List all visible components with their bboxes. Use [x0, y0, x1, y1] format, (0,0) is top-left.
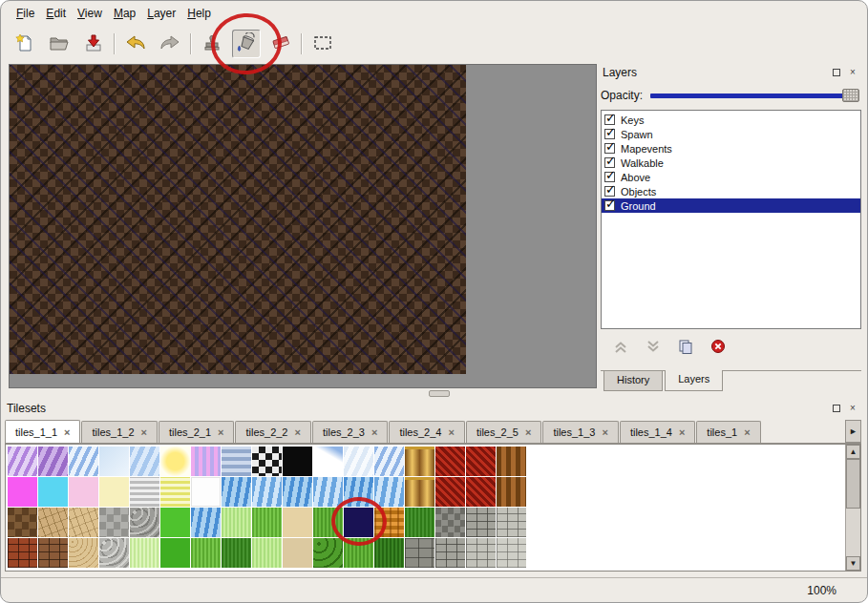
palette-tile-cyan-r1c1[interactable] [38, 477, 68, 507]
palette-tile-weave-r2c12[interactable] [374, 508, 404, 537]
palette-tile-whiteblue-r0c10[interactable] [313, 447, 343, 476]
float-panel-icon[interactable] [830, 403, 843, 415]
palette-tile-water2-r1c8[interactable] [252, 477, 282, 507]
palette-tile-grasstuft-r3c10[interactable] [313, 538, 343, 568]
delete-layer-button[interactable] [709, 338, 727, 355]
palette-tile-grassdark-r2c13[interactable] [405, 508, 434, 537]
palette-tile-sand-r3c2[interactable] [69, 538, 98, 568]
tab-scroll-right-button[interactable]: ► [845, 420, 861, 443]
layer-row-mapevents[interactable]: ✓Mapevents [602, 141, 860, 156]
palette-tile-stonewall-r3c13[interactable] [405, 538, 434, 568]
tab-close-icon[interactable]: × [448, 427, 454, 437]
palette-tile-grass-r2c8[interactable] [252, 508, 282, 537]
palette-tile-wood-r1c16[interactable] [497, 477, 526, 507]
palette-tile-pinkstripe-r0c6[interactable] [191, 447, 221, 476]
menu-file[interactable]: File [11, 4, 40, 23]
palette-tile-water-r2c6[interactable] [191, 508, 221, 537]
close-panel-icon[interactable]: × [846, 403, 859, 415]
palette-tile-roof-r1c14[interactable] [435, 477, 465, 507]
menu-map[interactable]: Map [108, 4, 141, 23]
palette-tile-grass-r3c6[interactable] [191, 538, 221, 568]
tileset-tab-tiles_1_2[interactable]: tiles_1_2× [81, 421, 157, 443]
tileset-tab-tiles_2_5[interactable]: tiles_2_5× [466, 421, 541, 443]
panel-tab-layers[interactable]: Layers [665, 370, 723, 391]
palette-tile-brickwall-r3c14[interactable] [435, 538, 465, 568]
palette-tile-navy-r2c11[interactable] [344, 508, 373, 537]
palette-tile-stones-r2c14[interactable] [435, 508, 465, 537]
redo-button[interactable] [156, 30, 184, 58]
menu-view[interactable]: View [72, 4, 108, 23]
palette-tile-brickred-r3c0[interactable] [8, 538, 37, 568]
menu-edit[interactable]: Edit [40, 4, 72, 23]
layer-row-objects[interactable]: ✓Objects [602, 184, 860, 198]
palette-tile-roof-r1c15[interactable] [466, 477, 496, 507]
palette-tile-green2-r3c5[interactable] [160, 538, 190, 568]
palette-tile-grasspale-r2c7[interactable] [222, 508, 251, 537]
tileset-tab-tiles_1_3[interactable]: tiles_1_3× [542, 421, 618, 443]
tab-close-icon[interactable]: × [64, 427, 70, 437]
close-panel-icon[interactable]: × [846, 67, 859, 79]
menu-layer[interactable]: Layer [141, 4, 181, 23]
map-tile-layer[interactable] [10, 65, 466, 374]
palette-tile-white-r1c6[interactable] [191, 477, 221, 507]
palette-tile-water-r1c7[interactable] [222, 477, 251, 507]
palette-tile-cream-r1c3[interactable] [99, 477, 129, 507]
palette-tile-wood-r0c16[interactable] [497, 447, 526, 476]
palette-tile-grasspale-r3c8[interactable] [252, 538, 282, 568]
palette-tile-bluestreak2-r0c4[interactable] [130, 447, 159, 476]
palette-tile-pink-r1c2[interactable] [69, 477, 98, 507]
tab-close-icon[interactable]: × [525, 427, 531, 437]
undo-button[interactable] [121, 30, 150, 58]
panel-tab-history[interactable]: History [603, 371, 663, 391]
palette-tile-green-r2c5[interactable] [160, 508, 190, 537]
palette-tile-yellowstripe-r1c5[interactable] [160, 477, 190, 507]
palette-tile-column-r1c13[interactable] [405, 477, 434, 507]
tab-close-icon[interactable]: × [744, 427, 750, 437]
palette-tile-column-r0c13[interactable] [405, 447, 434, 476]
float-panel-icon[interactable] [830, 67, 843, 79]
tileset-tab-tiles_2_2[interactable]: tiles_2_2× [235, 421, 310, 443]
tileset-tab-tiles_1_4[interactable]: tiles_1_4× [620, 421, 695, 443]
palette-tile-grass2-r2c10[interactable] [313, 508, 343, 537]
palette-tile-roof-r0c14[interactable] [435, 447, 465, 476]
rect-select-tool-button[interactable] [308, 30, 337, 58]
palette-tile-bricklight2-r3c16[interactable] [497, 538, 526, 568]
tab-close-icon[interactable]: × [295, 427, 301, 437]
palette-tile-tanlight-r2c9[interactable] [283, 508, 312, 537]
palette-tile-checker-r0c8[interactable] [252, 447, 282, 476]
tab-close-icon[interactable]: × [602, 427, 607, 437]
tileset-tab-tiles_2_3[interactable]: tiles_2_3× [312, 421, 388, 443]
palette-tile-purple-r0c1[interactable] [38, 447, 68, 476]
palette-tile-glow-r0c5[interactable] [160, 447, 190, 476]
palette-tile-palestreak-r0c11[interactable] [344, 447, 373, 476]
layer-visibility-checkbox[interactable]: ✓ [604, 186, 615, 197]
palette-tile-water-r1c11[interactable] [344, 477, 373, 507]
tileset-tab-tiles_2_4[interactable]: tiles_2_4× [389, 421, 464, 443]
layer-visibility-checkbox[interactable]: ✓ [604, 172, 615, 182]
layer-visibility-checkbox[interactable]: ✓ [604, 114, 615, 125]
map-canvas[interactable] [9, 64, 597, 388]
move-layer-down-button[interactable] [645, 338, 662, 355]
palette-tile-bluestripe-r0c7[interactable] [222, 447, 251, 476]
palette-tile-violet-r0c0[interactable] [8, 447, 37, 476]
palette-tile-grassdark2-r3c12[interactable] [374, 538, 404, 568]
tab-close-icon[interactable]: × [679, 427, 685, 437]
palette-tile-bluestreak-r0c2[interactable] [69, 447, 98, 476]
layer-row-spawn[interactable]: ✓Spawn [602, 127, 860, 141]
palette-tile-stonetile-r2c3[interactable] [99, 508, 129, 537]
palette-tile-paleblue-r0c3[interactable] [99, 447, 129, 476]
palette-tile-brickwall-r2c15[interactable] [466, 508, 496, 537]
palette-tile-grassdark-r3c7[interactable] [222, 538, 251, 568]
open-button[interactable] [45, 30, 74, 58]
palette-tile-water2-r1c10[interactable] [313, 477, 343, 507]
menu-help[interactable]: Help [181, 4, 217, 23]
palette-tile-graystripe-r1c4[interactable] [130, 477, 159, 507]
layer-row-ground[interactable]: ✓Ground [602, 198, 860, 213]
layer-visibility-checkbox[interactable]: ✓ [604, 157, 615, 168]
stamp-tool-button[interactable] [198, 30, 226, 58]
duplicate-layer-button[interactable] [677, 338, 694, 355]
layer-visibility-checkbox[interactable]: ✓ [604, 129, 615, 139]
palette-scrollbar[interactable]: ▲ ▼ [845, 445, 860, 571]
tab-close-icon[interactable]: × [218, 427, 223, 437]
palette-tile-bluestreak-r0c12[interactable] [374, 447, 404, 476]
